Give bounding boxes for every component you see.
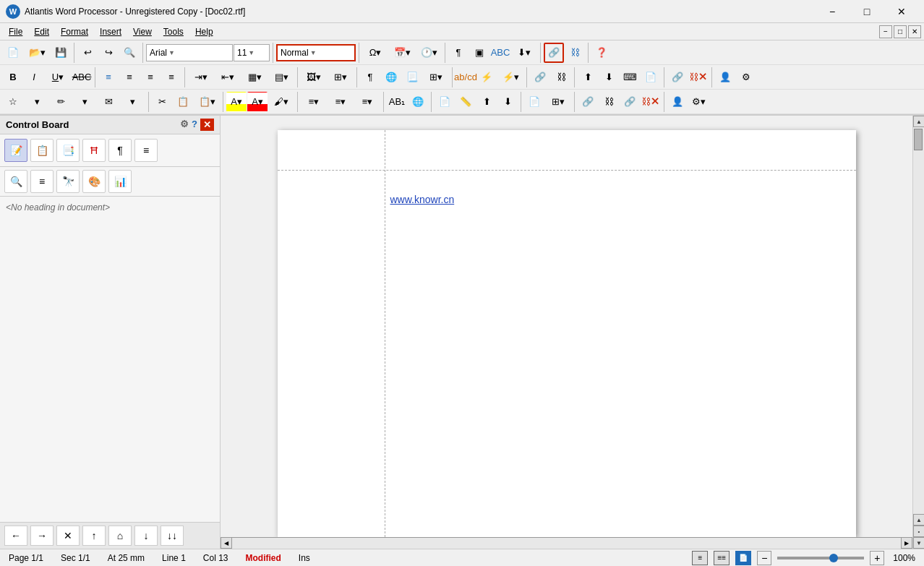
link3-button[interactable]: 🔗 [530,67,550,87]
calendar-button[interactable]: 📅▾ [389,43,415,63]
view-grid-button[interactable]: ≡≡ [714,551,730,565]
view-lines-button[interactable]: ≡ [692,551,708,565]
doc-minimize-button[interactable]: − [879,25,892,38]
page-button[interactable]: 📄 [435,92,455,112]
align-right-button[interactable]: ≡ [140,67,161,87]
copy-button[interactable]: 📋 [173,92,193,112]
settings-button[interactable]: ⚙ [736,67,756,87]
outdent-button[interactable]: ⇤▾ [215,67,241,87]
cb-end-button[interactable]: ↓↓ [161,526,184,546]
frame-button[interactable]: ▣ [469,43,489,63]
table2-button[interactable]: ⊞▾ [423,67,449,87]
cb-list-button[interactable]: ≡ [134,139,158,162]
cb-stop-button[interactable]: ✕ [56,526,80,546]
view-page-button[interactable]: 📄 [735,551,751,565]
menu-help[interactable]: Help [189,25,219,38]
cb-help-icon[interactable]: ? [192,119,197,131]
num-list-button[interactable]: ≡▾ [328,92,354,112]
border-button[interactable]: ▤▾ [268,67,294,87]
textbox-button[interactable]: 🌐 [381,67,401,87]
columns-button[interactable]: ▦▾ [241,67,268,87]
move-up-button[interactable]: ⬆ [476,92,497,112]
cb-up-button[interactable]: ↑ [82,526,106,546]
align-center-button[interactable]: ≡ [119,67,140,87]
redo-button[interactable]: ↪ [98,43,119,63]
font-size-selector[interactable]: 11 ▼ [234,44,270,61]
cb-close-icon[interactable]: ✕ [200,119,214,131]
zoom-slider[interactable] [777,557,864,559]
pilcrow-button[interactable]: ¶ [448,43,469,63]
cb-forward-button[interactable]: → [30,526,54,546]
font-selector[interactable]: Arial ▼ [146,44,233,61]
align-left-button[interactable]: ≡ [98,67,119,87]
new-button[interactable]: 📄 [3,43,23,63]
cb-down-button[interactable]: ↓ [134,526,158,546]
strikethrough-button[interactable]: ABC [72,67,92,87]
link6-button[interactable]: 🔗 [578,92,598,112]
undo-button[interactable]: ↩ [77,43,98,63]
image-button[interactable]: 🖼▾ [301,67,327,87]
menu-insert[interactable]: Insert [94,25,127,38]
star-button[interactable]: ☆ [3,92,23,112]
clock-button[interactable]: 🕐▾ [416,43,442,63]
doc-close-button[interactable]: ✕ [908,25,921,38]
email-button[interactable]: ✉ [98,92,119,112]
cb-pilcrow-button[interactable]: ¶ [108,139,132,162]
cut-button[interactable]: ✂ [152,92,172,112]
open-button[interactable]: 📂▾ [24,43,50,63]
link4-button[interactable]: ⛓ [551,67,571,87]
close-button[interactable]: ✕ [885,0,918,23]
email-drop[interactable]: ▾ [119,92,145,112]
h-scroll-track[interactable] [232,537,901,549]
download-button[interactable]: ⬇▾ [511,43,537,63]
link7-button[interactable]: ⛓ [599,92,619,112]
omega-button[interactable]: Ω▾ [362,43,388,63]
v-scroll-thumb[interactable] [914,129,923,150]
doc2-button[interactable]: 📃 [402,67,422,87]
link8-button[interactable]: 🔗 [620,92,640,112]
move-down-button[interactable]: ⬇ [497,92,518,112]
lightning-drop[interactable]: ⚡▾ [497,67,523,87]
v-scroll-down-button[interactable]: ▼ [913,537,924,549]
subscript-button[interactable]: AB₁ [387,92,407,112]
table-button[interactable]: ⊞▾ [328,67,354,87]
cb-bars-button[interactable]: 📊 [108,170,132,193]
cb-structure-button[interactable]: 📑 [56,139,80,162]
find-button[interactable]: 🔍 [119,43,140,63]
link2-button[interactable]: ⛓ [565,43,585,63]
v-scroll-up-button[interactable]: ▲ [913,116,924,127]
cb-binoculars-button[interactable]: 🔭 [56,170,80,193]
help-button[interactable]: ❓ [591,43,612,63]
indent-button[interactable]: ⇥▾ [188,67,214,87]
outline-button[interactable]: ≡▾ [354,92,380,112]
h-scroll-right-button[interactable]: ▶ [901,537,912,549]
menu-edit[interactable]: Edit [28,25,55,38]
keyboard-button[interactable]: ⌨ [620,67,640,87]
user-button[interactable]: 👤 [715,67,735,87]
document-scroll-area[interactable]: www.knowr.cn [221,116,912,537]
highlight-button[interactable]: A▾ [226,92,247,112]
italic-button[interactable]: I [24,67,44,87]
align-justify-button[interactable]: ≡ [161,67,181,87]
zoom-in-button[interactable]: + [870,551,884,565]
user2-button[interactable]: 👤 [667,92,688,112]
document-link[interactable]: www.knowr.cn [390,194,455,205]
cb-home-button[interactable]: ⌂ [108,526,132,546]
cb-navigator-button[interactable]: 📋 [30,139,54,162]
review-button[interactable]: 📄 [524,92,544,112]
paragraph-button[interactable]: ¶ [360,67,380,87]
fontcolor-button[interactable]: A▾ [247,92,268,112]
ruler-button[interactable]: 📏 [455,92,476,112]
edit-button[interactable]: ✏ [51,92,71,112]
menu-file[interactable]: File [3,25,28,38]
paste-drop[interactable]: 📋▾ [194,92,220,112]
edit-drop[interactable]: ▾ [72,92,98,112]
bold-button[interactable]: B [3,67,23,87]
cb-settings-icon[interactable]: ⚙ [180,119,189,131]
underline-button[interactable]: U▾ [45,67,71,87]
menu-format[interactable]: Format [55,25,94,38]
doc3-button[interactable]: 📄 [641,67,661,87]
prev-button[interactable]: ⬆ [578,67,598,87]
link-button[interactable]: 🔗 [544,43,564,63]
zoom-out-button[interactable]: − [757,551,771,565]
